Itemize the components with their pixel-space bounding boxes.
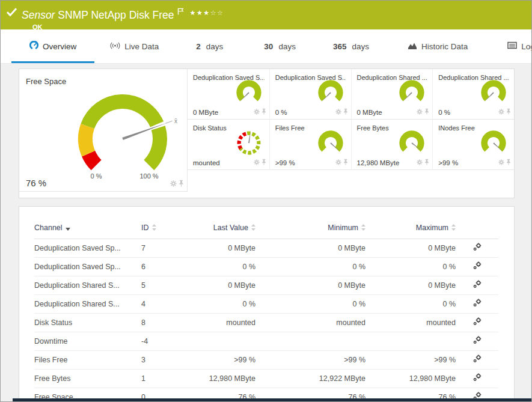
panel-gear-icon[interactable]: [417, 106, 423, 117]
channel-gauge-value: 0 %: [275, 109, 287, 116]
object-type-label: Sensor: [22, 9, 55, 21]
tab-bar: Overview Live Data 2days 30days 365days …: [1, 29, 531, 64]
star-filled-icon[interactable]: ★: [197, 9, 203, 16]
star-empty-icon[interactable]: ☆: [210, 9, 217, 16]
table-row: Deduplication Saved Sp... 6 0 % 0 % 0 %: [34, 258, 498, 276]
cell-maximum: [365, 332, 456, 351]
channel-gauge-value: mounted: [193, 159, 220, 166]
cell-channel: Disk Status: [34, 314, 141, 332]
cell-minimum: mounted: [255, 314, 365, 332]
cell-minimum: [255, 332, 365, 351]
panel-gear-icon[interactable]: [498, 157, 504, 168]
panel-gear-icon[interactable]: [254, 157, 260, 168]
cell-maximum: >99 %: [365, 351, 456, 370]
sort-both-icon: [451, 224, 456, 233]
channel-settings-icon[interactable]: [473, 373, 482, 383]
cell-minimum: 0 MByte: [255, 239, 365, 258]
cell-channel: Deduplication Saved Sp...: [34, 258, 141, 276]
star-filled-icon[interactable]: ★: [203, 9, 210, 16]
channel-gauge: [313, 129, 348, 157]
panel-gear-icon[interactable]: [498, 106, 504, 117]
pin-icon[interactable]: [424, 157, 429, 168]
channel-gauge-panel[interactable]: Deduplication Saved S... 0 MByte: [188, 69, 269, 120]
cell-last-value: >99 %: [185, 351, 255, 370]
panel-gear-icon[interactable]: [254, 106, 260, 117]
pin-icon[interactable]: [261, 157, 266, 168]
pin-icon[interactable]: [506, 106, 511, 117]
col-header-id[interactable]: ID: [141, 219, 185, 239]
panel-gear-icon[interactable]: [417, 157, 423, 168]
table-row: Deduplication Saved Sp... 7 0 MByte 0 MB…: [34, 239, 498, 258]
pin-icon[interactable]: [424, 106, 429, 117]
channel-settings-icon[interactable]: [473, 280, 482, 290]
panel-gear-icon[interactable]: [170, 178, 177, 189]
channel-gauge-value: 0 MByte: [193, 109, 218, 116]
sensor-header: Sensor SNMP NetApp Disk Free★★★☆☆ OK: [1, 1, 531, 29]
cell-id: 1: [141, 370, 185, 388]
channel-gauge-panel[interactable]: Deduplication Saved S... 0 %: [269, 69, 351, 120]
channel-gauge-panel[interactable]: Deduplication Shared ... 0 %: [432, 69, 514, 120]
cell-maximum: 12,980 MByte: [365, 370, 456, 388]
pin-icon[interactable]: [179, 178, 184, 189]
cell-last-value: 0 MByte: [185, 276, 255, 295]
channel-settings-icon[interactable]: [473, 243, 482, 253]
sort-both-icon: [361, 224, 365, 233]
priority-stars[interactable]: ★★★☆☆: [190, 9, 224, 16]
log-icon: [507, 41, 517, 51]
cell-last-value: mounted: [185, 314, 255, 332]
cell-channel: Deduplication Saved Sp...: [34, 239, 141, 258]
cell-id: -4: [141, 332, 185, 351]
channel-gauge-panel[interactable]: Disk Status mounted: [188, 120, 269, 170]
tab-overview[interactable]: Overview: [11, 29, 94, 63]
channel-settings-icon[interactable]: [473, 355, 482, 365]
cell-channel: Free Bytes: [34, 370, 141, 388]
pin-icon[interactable]: [506, 157, 511, 168]
channel-settings-icon[interactable]: [473, 336, 482, 346]
cell-minimum: 0 %: [255, 258, 365, 276]
cell-minimum: 12,922 MByte: [255, 370, 365, 388]
cell-id: 4: [141, 295, 185, 314]
col-header-minimum[interactable]: Minimum: [255, 219, 365, 239]
primary-channel-panel[interactable]: Free Space x̄ 0 % 100 % 76 %: [19, 69, 188, 192]
channel-gauge-panel[interactable]: Free Bytes 12,980 MByte: [351, 120, 433, 170]
gauges-card: Free Space x̄ 0 % 100 % 76 % Deduplicati…: [19, 69, 515, 198]
broadcast-icon: [110, 41, 120, 52]
channel-gauge-value: >99 %: [438, 159, 458, 166]
panel-gear-icon[interactable]: [335, 106, 341, 117]
cell-channel: Deduplication Shared S...: [34, 276, 141, 295]
channel-gauge: [231, 129, 266, 157]
primary-channel-value: 76 %: [26, 178, 46, 188]
sort-desc-icon: [66, 224, 70, 233]
channel-gauge-panel[interactable]: Files Free >99 %: [269, 120, 351, 170]
col-header-maximum[interactable]: Maximum: [365, 219, 456, 239]
tab-live-data[interactable]: Live Data: [102, 29, 167, 63]
sort-both-icon: [251, 224, 255, 233]
tab-30-days[interactable]: 30days: [255, 29, 304, 63]
channel-settings-icon[interactable]: [473, 261, 482, 272]
star-empty-icon[interactable]: ☆: [217, 9, 224, 16]
tab-log[interactable]: Log: [499, 29, 531, 63]
cell-maximum: 0 %: [365, 258, 456, 276]
star-filled-icon[interactable]: ★: [190, 9, 197, 16]
channel-settings-icon[interactable]: [473, 317, 482, 327]
tab-2-days[interactable]: 2days: [188, 29, 231, 63]
panel-gear-icon[interactable]: [335, 157, 341, 168]
channel-gauge-panel[interactable]: Deduplication Shared ... 0 MByte: [351, 69, 433, 120]
cell-maximum: 0 %: [365, 295, 456, 314]
channel-gauge-panel[interactable]: INodes Free >99 %: [432, 120, 514, 170]
pin-icon[interactable]: [343, 157, 348, 168]
pin-icon[interactable]: [343, 106, 348, 117]
pin-icon[interactable]: [261, 106, 266, 117]
col-header-channel[interactable]: Channel: [34, 219, 141, 239]
cell-id: 6: [141, 258, 185, 276]
col-header-last-value[interactable]: Last Value: [185, 219, 255, 239]
cell-last-value: 12,980 MByte: [185, 370, 255, 388]
table-row: Downtime -4: [34, 332, 498, 351]
flag-icon[interactable]: [177, 5, 184, 17]
tab-365-days[interactable]: 365days: [325, 29, 378, 63]
cell-minimum: >99 %: [255, 351, 365, 370]
tab-historic-data[interactable]: Historic Data: [399, 29, 476, 63]
channel-settings-icon[interactable]: [473, 299, 482, 309]
channel-gauge-value: >99 %: [275, 159, 295, 166]
mean-marker: x̄: [174, 118, 177, 124]
